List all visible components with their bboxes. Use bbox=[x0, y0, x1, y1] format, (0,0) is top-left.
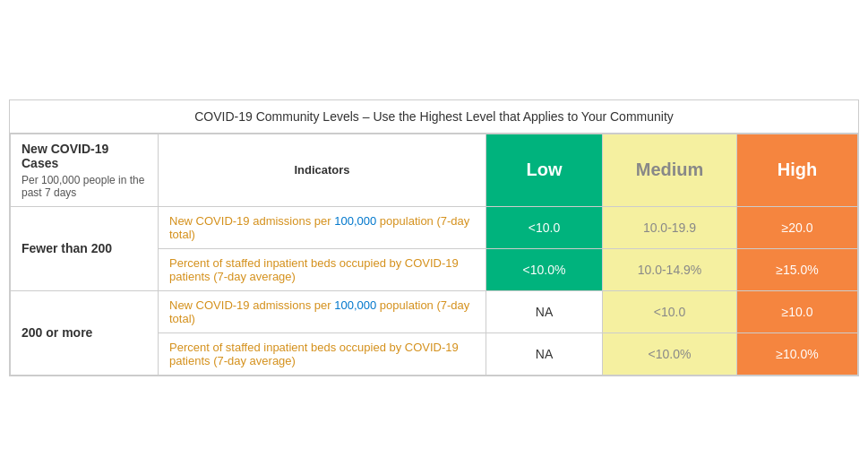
indicator-cell: New COVID-19 admissions per 100,000 popu… bbox=[159, 206, 486, 248]
high-value: ≥15.0% bbox=[737, 248, 858, 290]
high-value: ≥10.0% bbox=[737, 332, 858, 375]
medium-value: 10.0-14.9% bbox=[603, 248, 737, 290]
cases-group-label: 200 or more bbox=[11, 290, 159, 375]
low-value: NA bbox=[486, 332, 603, 375]
low-value: <10.0% bbox=[486, 248, 603, 290]
indicator-cell: Percent of staffed inpatient beds occupi… bbox=[159, 248, 486, 290]
high-value: ≥10.0 bbox=[737, 290, 858, 332]
low-value: <10.0 bbox=[486, 206, 603, 248]
cases-sublabel: Per 100,000 people in the past 7 days bbox=[21, 174, 147, 199]
medium-value: <10.0 bbox=[603, 290, 737, 332]
medium-value: 10.0-19.9 bbox=[603, 206, 737, 248]
header-low: Low bbox=[486, 134, 603, 206]
indicator-link[interactable]: 100,000 bbox=[334, 214, 376, 228]
high-value: ≥20.0 bbox=[737, 206, 858, 248]
medium-value: <10.0% bbox=[603, 332, 737, 375]
table-row: 200 or moreNew COVID-19 admissions per 1… bbox=[11, 290, 858, 332]
header-indicators: Indicators bbox=[159, 134, 486, 206]
indicator-cell: Percent of staffed inpatient beds occupi… bbox=[159, 332, 486, 375]
indicator-cell: New COVID-19 admissions per 100,000 popu… bbox=[159, 290, 486, 332]
indicator-text-prefix: New COVID-19 admissions per bbox=[169, 298, 334, 312]
cases-group-label: Fewer than 200 bbox=[11, 206, 159, 290]
table-row: Fewer than 200New COVID-19 admissions pe… bbox=[11, 206, 858, 248]
header-medium: Medium bbox=[603, 134, 737, 206]
header-cases: New COVID-19 Cases Per 100,000 people in… bbox=[11, 134, 159, 206]
community-levels-table: New COVID-19 Cases Per 100,000 people in… bbox=[10, 134, 858, 376]
cases-label: New COVID-19 Cases bbox=[21, 142, 147, 170]
low-value: NA bbox=[486, 290, 603, 332]
indicator-link[interactable]: 100,000 bbox=[334, 298, 376, 312]
header-high: High bbox=[737, 134, 858, 206]
indicator-text-prefix: New COVID-19 admissions per bbox=[169, 214, 334, 228]
covid-table-container: COVID-19 Community Levels – Use the High… bbox=[9, 99, 859, 376]
page-title: COVID-19 Community Levels – Use the High… bbox=[10, 100, 858, 134]
